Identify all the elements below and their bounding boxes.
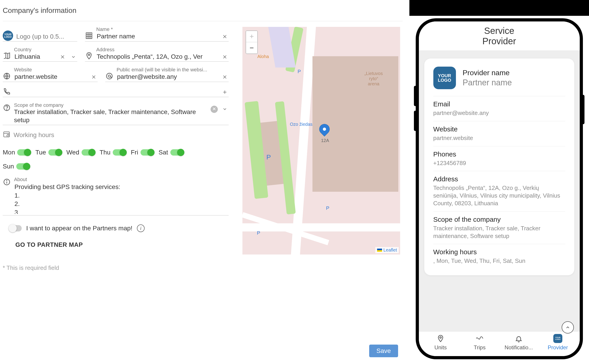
scope-value: Tracker installation, Tracker sale, Trac… [14,108,207,124]
map-p4: P [326,205,329,211]
required-note: * This is required field [3,264,229,271]
map-poi-arena: „Lietuvos ryto“ arena [364,71,383,86]
about-textarea[interactable] [14,182,229,214]
ukraine-flag-icon [377,249,382,252]
card-item-working-hours: Working hours , Mon, Tue, Wed, Thu, Fri,… [433,244,565,269]
svg-point-36 [440,337,441,338]
provider-card: YOUR LOGO Provider name Partner name Ema… [424,58,574,275]
appear-label: I want to appear on the Partners map! [26,225,132,232]
public-email-clear-button[interactable] [221,74,229,81]
scope-clear-button[interactable] [210,106,218,113]
info-icon [3,177,11,187]
day-switch-sun[interactable] [16,163,30,169]
pin-icon [85,52,93,61]
public-email-field[interactable]: Public email (will be visible in the web… [105,67,229,82]
map-pin-label: 12A [321,138,329,143]
website-field[interactable]: Website [3,67,98,82]
phone-mockup: Service Provider YOUR LOGO Provider name… [416,18,583,359]
appear-on-map-row: I want to appear on the Partners map! i [9,224,229,232]
day-switch-tue[interactable] [48,149,62,156]
expand-fab[interactable] [562,321,574,333]
svg-point-35 [7,180,7,181]
day-label-wed: Wed [66,149,79,156]
tab-notifications[interactable]: Notificatio... [504,334,533,351]
country-dropdown-button[interactable] [70,53,77,61]
card-item-website: Website partner.website [433,121,565,146]
go-to-partner-map-button[interactable]: GO TO PARTNER MAP [14,241,84,249]
map-column: „Lietuvos ryto“ arena Aloha Ozo žiedas P… [242,27,400,271]
day-switches: Mon Tue Wed Thu Fri Sat Sun [3,149,229,170]
public-email-input[interactable] [117,72,218,81]
website-input[interactable] [14,72,87,81]
calendar-clock-icon [3,130,10,140]
name-clear-button[interactable] [221,33,229,41]
about-field[interactable]: About [3,177,229,215]
map-p2: P [298,69,301,75]
name-label: Name * [96,27,218,32]
name-input[interactable] [96,32,218,41]
appear-switch[interactable] [9,225,22,231]
card-item-address: Address Technopolis „Penta“, 12A, Ozo g.… [433,171,565,211]
day-label-thu: Thu [100,149,111,156]
appear-info-icon[interactable]: i [137,224,144,232]
about-label: About [14,177,229,182]
svg-point-25 [7,109,7,110]
country-label: Country [14,47,56,52]
tab-units[interactable]: Units [426,334,455,351]
working-hours-row: Working hours [3,130,229,140]
logo-field[interactable]: YOUR LOGO Logo (up to 0.5... [3,31,77,42]
tab-trips[interactable]: Trips [465,334,494,351]
country-field[interactable]: Country [3,47,77,62]
provider-logo: YOUR LOGO [433,67,456,89]
website-label: Website [14,67,87,72]
country-input[interactable] [14,52,56,61]
day-switch-thu[interactable] [113,149,126,156]
website-clear-button[interactable] [90,74,98,81]
phone-preview-pane: Service Provider YOUR LOGO Provider name… [409,0,589,364]
public-email-label: Public email (will be visible in the web… [117,67,218,72]
card-item-scope: Scope of the company Tracker installatio… [433,211,565,244]
bell-icon [515,334,523,343]
day-switch-fri[interactable] [141,149,154,156]
globe-icon [3,72,11,81]
day-switch-wed[interactable] [82,149,95,156]
address-input[interactable] [96,52,218,61]
company-info-pane: Company's information YOUR LOGO Logo (up… [0,0,409,364]
phones-add-button[interactable] [221,89,229,97]
card-item-email: Email partner@website.any [433,96,565,121]
phones-field[interactable] [3,87,229,97]
phones-input[interactable] [14,88,218,96]
map-zoom-out-button[interactable]: − [246,42,257,53]
day-label-tue: Tue [35,149,46,156]
page-title: Company's information [3,6,403,21]
company-form: YOUR LOGO Logo (up to 0.5... Name * [3,27,229,271]
svg-rect-0 [86,33,92,39]
company-logo-chip: YOUR LOGO [3,31,13,41]
pin-icon [437,334,445,343]
country-clear-button[interactable] [59,53,66,61]
name-field[interactable]: Name * [85,27,229,42]
scope-dropdown-button[interactable] [221,106,229,113]
working-hours-label: Working hours [13,131,54,139]
phone-title: Service Provider [419,21,580,47]
map-poi-aloha: Aloha [257,54,269,59]
svg-point-18 [106,73,112,79]
card-item-phones: Phones +123456789 [433,146,565,171]
day-label-sat: Sat [159,149,168,156]
save-button[interactable]: Save [369,344,398,357]
address-clear-button[interactable] [221,53,229,61]
svg-line-32 [8,136,9,136]
day-switch-sat[interactable] [170,149,184,156]
map-zoom-in-button[interactable]: + [246,31,257,42]
address-field[interactable]: Address [85,47,229,62]
scope-field[interactable]: Scope of the company Tracker installatio… [3,103,229,125]
provider-logo-icon: YOUR LOGO [553,334,562,343]
route-icon [475,334,484,343]
day-label-sun: Sun [3,163,14,170]
tab-provider[interactable]: YOUR LOGO Provider [543,334,573,351]
map-attribution[interactable]: Leaflet [375,247,399,253]
map[interactable]: „Lietuvos ryto“ arena Aloha Ozo žiedas P… [242,27,400,255]
phone-icon [3,87,11,97]
day-switch-mon[interactable] [17,149,31,156]
logo-label: Logo (up to 0.5... [16,32,77,41]
